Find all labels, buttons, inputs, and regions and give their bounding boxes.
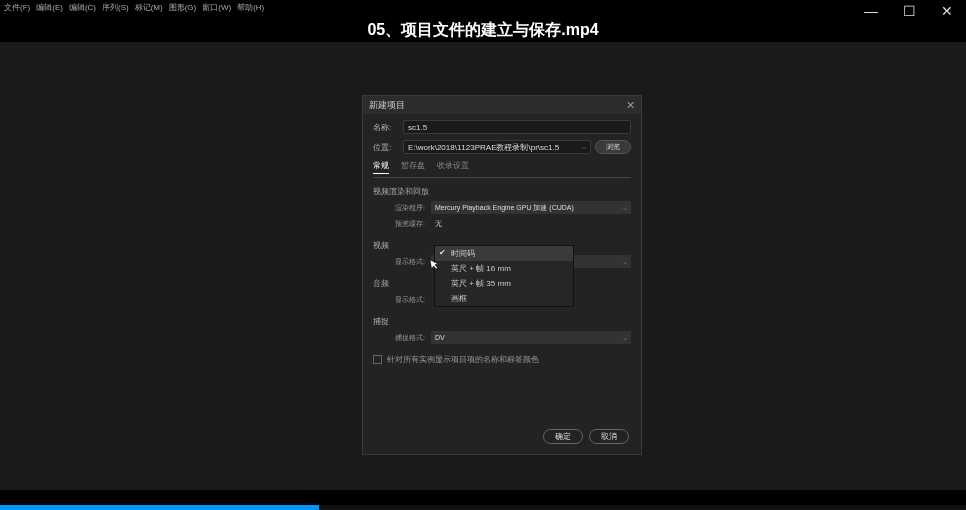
- preview-cache-select[interactable]: 无: [431, 217, 631, 230]
- menu-window[interactable]: 窗口(W): [202, 2, 231, 13]
- renderer-label: 渲染程序:: [389, 203, 431, 213]
- location-value: E:\work\2018\1123PRAE教程录制\pr\sc1.5: [408, 142, 559, 153]
- menu-graphics[interactable]: 图形(G): [169, 2, 197, 13]
- dialog-tabs: 常规 暂存盘 收录设置: [373, 160, 631, 178]
- cursor-icon: [429, 257, 443, 273]
- show-name-checkbox-row[interactable]: 针对所有实例显示项目项的名称和标签颜色: [373, 354, 631, 365]
- tab-general[interactable]: 常规: [373, 160, 389, 174]
- dropdown-item-label: 英尺 + 帧 16 mm: [451, 264, 511, 273]
- maximize-button[interactable]: ☐: [890, 0, 928, 22]
- chevron-down-icon[interactable]: ⌵: [582, 143, 586, 151]
- capture-section-label: 捕捉: [373, 316, 631, 327]
- dropdown-item-feet35[interactable]: 英尺 + 帧 35 mm: [435, 276, 573, 291]
- location-input[interactable]: E:\work\2018\1123PRAE教程录制\pr\sc1.5 ⌵: [403, 140, 591, 154]
- menu-sequence[interactable]: 序列(S): [102, 2, 129, 13]
- preview-cache-label: 预览缓存:: [389, 219, 431, 229]
- chevron-down-icon: ⌵: [623, 204, 627, 212]
- renderer-value: Mercury Playback Engine GPU 加速 (CUDA): [435, 203, 574, 213]
- dropdown-item-feet16[interactable]: 英尺 + 帧 16 mm: [435, 261, 573, 276]
- progress-bar[interactable]: [0, 505, 966, 510]
- dropdown-item-label: 时间码: [451, 249, 475, 258]
- menu-help[interactable]: 帮助(H): [237, 2, 264, 13]
- audio-display-format-label: 显示格式:: [389, 295, 431, 305]
- ok-button[interactable]: 确定: [543, 429, 583, 444]
- display-format-dropdown: ✔ 时间码 英尺 + 帧 16 mm 英尺 + 帧 35 mm 画框: [434, 245, 574, 307]
- dropdown-item-frames[interactable]: 画框: [435, 291, 573, 306]
- menu-file[interactable]: 文件(F): [4, 2, 30, 13]
- preview-cache-value: 无: [435, 219, 442, 229]
- menu-edit[interactable]: 编辑(E): [36, 2, 63, 13]
- name-label: 名称:: [373, 122, 403, 133]
- progress-fill: [0, 505, 319, 510]
- menubar: 文件(F) 编辑(E) 编辑(C) 序列(S) 标记(M) 图形(G) 窗口(W…: [0, 0, 966, 14]
- video-display-format-label: 显示格式:: [389, 257, 431, 267]
- show-name-checkbox-label: 针对所有实例显示项目项的名称和标签颜色: [387, 354, 539, 365]
- dialog-titlebar: 新建项目 ✕: [363, 96, 641, 114]
- browse-button[interactable]: 浏览: [595, 140, 631, 154]
- capture-format-value: DV: [435, 334, 445, 341]
- checkmark-icon: ✔: [439, 248, 446, 257]
- capture-format-select[interactable]: DV ⌵: [431, 331, 631, 344]
- capture-format-label: 捕捉格式:: [389, 333, 431, 343]
- dropdown-item-timecode[interactable]: ✔ 时间码: [435, 246, 573, 261]
- chevron-down-icon: ⌵: [623, 334, 627, 342]
- cancel-button[interactable]: 取消: [589, 429, 629, 444]
- close-button[interactable]: ✕: [928, 0, 966, 22]
- minimize-button[interactable]: —: [852, 0, 890, 22]
- checkbox-icon[interactable]: [373, 355, 382, 364]
- chevron-down-icon: ⌵: [623, 258, 627, 266]
- menu-edit2[interactable]: 编辑(C): [69, 2, 96, 13]
- dropdown-item-label: 画框: [451, 294, 467, 303]
- tab-ingest[interactable]: 收录设置: [437, 160, 469, 174]
- dialog-footer: 确定 取消: [543, 429, 629, 444]
- render-section-label: 视频渲染和回放: [373, 186, 631, 197]
- dropdown-item-label: 英尺 + 帧 35 mm: [451, 279, 511, 288]
- location-label: 位置:: [373, 142, 403, 153]
- renderer-select[interactable]: Mercury Playback Engine GPU 加速 (CUDA) ⌵: [431, 201, 631, 214]
- tab-scratch[interactable]: 暂存盘: [401, 160, 425, 174]
- close-icon[interactable]: ✕: [626, 99, 635, 112]
- page-title: 05、项目文件的建立与保存.mp4: [0, 20, 966, 41]
- window-controls: — ☐ ✕: [852, 0, 966, 22]
- dialog-title: 新建项目: [369, 99, 405, 112]
- name-input[interactable]: sc1.5: [403, 120, 631, 134]
- menu-marker[interactable]: 标记(M): [135, 2, 163, 13]
